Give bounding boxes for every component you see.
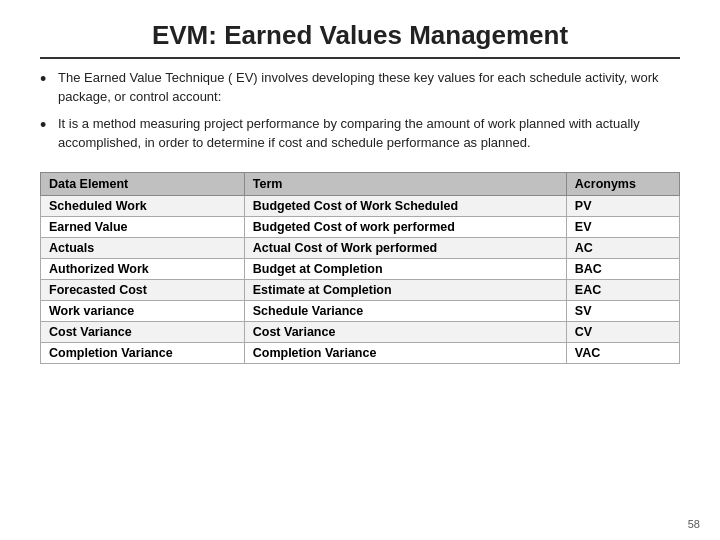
table-cell-7-1: Completion Variance: [244, 343, 566, 364]
table-row: Earned ValueBudgeted Cost of work perfor…: [41, 217, 680, 238]
table-cell-3-0: Authorized Work: [41, 259, 245, 280]
col-header-data-element: Data Element: [41, 173, 245, 196]
col-header-acronyms: Acronyms: [566, 173, 679, 196]
bullet-text-1: The Earned Value Technique ( EV) involve…: [58, 69, 680, 107]
table-cell-6-1: Cost Variance: [244, 322, 566, 343]
table-header-row: Data Element Term Acronyms: [41, 173, 680, 196]
table-row: Authorized WorkBudget at CompletionBAC: [41, 259, 680, 280]
table-cell-7-2: VAC: [566, 343, 679, 364]
table-cell-5-2: SV: [566, 301, 679, 322]
table-cell-1-0: Earned Value: [41, 217, 245, 238]
table-cell-6-2: CV: [566, 322, 679, 343]
table-cell-2-0: Actuals: [41, 238, 245, 259]
bullet-1: • The Earned Value Technique ( EV) invol…: [40, 69, 680, 107]
table-row: Completion VarianceCompletion VarianceVA…: [41, 343, 680, 364]
table-cell-5-1: Schedule Variance: [244, 301, 566, 322]
bullets-section: • The Earned Value Technique ( EV) invol…: [40, 69, 680, 160]
table-cell-0-2: PV: [566, 196, 679, 217]
bullet-2: • It is a method measuring project perfo…: [40, 115, 680, 153]
table-cell-7-0: Completion Variance: [41, 343, 245, 364]
table-cell-3-2: BAC: [566, 259, 679, 280]
col-header-term: Term: [244, 173, 566, 196]
evm-table: Data Element Term Acronyms Scheduled Wor…: [40, 172, 680, 364]
table-cell-0-0: Scheduled Work: [41, 196, 245, 217]
slide-title: EVM: Earned Values Management: [40, 20, 680, 51]
table-cell-2-2: AC: [566, 238, 679, 259]
table-row: ActualsActual Cost of Work performedAC: [41, 238, 680, 259]
table-cell-2-1: Actual Cost of Work performed: [244, 238, 566, 259]
bullet-dot-1: •: [40, 69, 58, 91]
table-row: Scheduled WorkBudgeted Cost of Work Sche…: [41, 196, 680, 217]
title-divider: [40, 57, 680, 59]
page-number: 58: [688, 518, 700, 530]
table-row: Cost VarianceCost VarianceCV: [41, 322, 680, 343]
bullet-text-2: It is a method measuring project perform…: [58, 115, 680, 153]
table-row: Work varianceSchedule VarianceSV: [41, 301, 680, 322]
table-cell-1-1: Budgeted Cost of work performed: [244, 217, 566, 238]
slide-container: EVM: Earned Values Management • The Earn…: [0, 0, 720, 540]
table-cell-4-1: Estimate at Completion: [244, 280, 566, 301]
table-cell-3-1: Budget at Completion: [244, 259, 566, 280]
table-cell-1-2: EV: [566, 217, 679, 238]
table-cell-0-1: Budgeted Cost of Work Scheduled: [244, 196, 566, 217]
table-cell-4-0: Forecasted Cost: [41, 280, 245, 301]
table-row: Forecasted CostEstimate at CompletionEAC: [41, 280, 680, 301]
table-cell-5-0: Work variance: [41, 301, 245, 322]
table-cell-6-0: Cost Variance: [41, 322, 245, 343]
table-cell-4-2: EAC: [566, 280, 679, 301]
bullet-dot-2: •: [40, 115, 58, 137]
